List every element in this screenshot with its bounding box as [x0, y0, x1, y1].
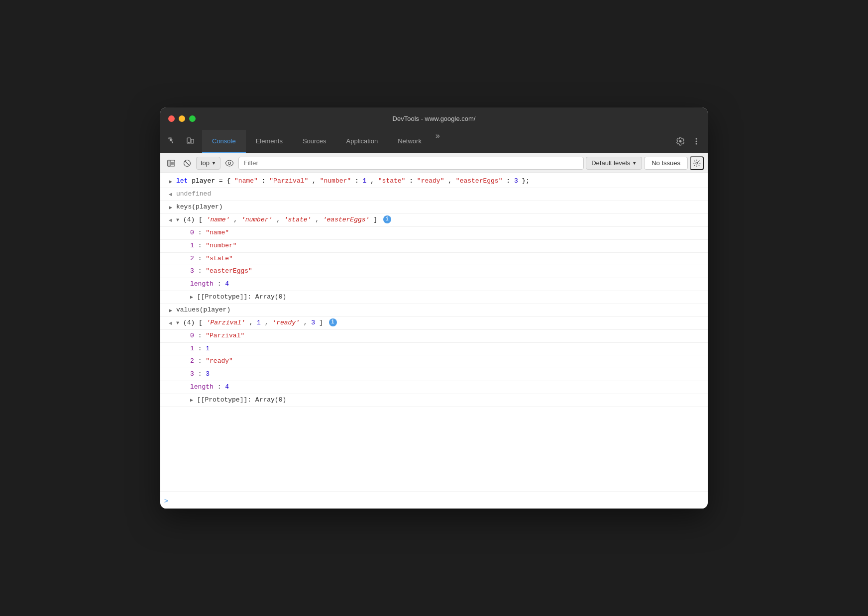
filter-input[interactable]	[238, 157, 584, 170]
prompt-symbol: >	[164, 497, 168, 505]
svg-rect-0	[169, 138, 171, 139]
title-bar: DevTools - www.google.com/	[160, 107, 708, 129]
console-output: ▶ let player = { "name" : "Parzival" , "…	[160, 173, 708, 492]
console-row-keys-header: ◀ ▼ (4) [ 'name' , 'number' , 'state' , …	[160, 214, 708, 227]
collapse-keys-icon[interactable]: ▼	[176, 216, 179, 224]
no-issues-button[interactable]: No Issues	[644, 157, 688, 170]
collapse-values-icon[interactable]: ▼	[176, 319, 179, 327]
tab-application[interactable]: Application	[336, 130, 388, 153]
values-prototype: ▶ [[Prototype]]: Array(0)	[160, 394, 708, 407]
input-arrow: ▶	[169, 178, 172, 186]
close-button[interactable]	[168, 115, 175, 122]
svg-point-5	[696, 140, 697, 142]
keys-entry-3: 3 : "easterEggs"	[160, 265, 708, 278]
more-options-icon[interactable]	[689, 134, 704, 149]
expand-prototype-values-icon[interactable]: ▶	[190, 397, 193, 405]
tabs: Console Elements Sources Application Net…	[202, 129, 669, 153]
tab-bar-settings	[669, 129, 704, 153]
traffic-lights	[168, 115, 196, 122]
default-levels-dropdown[interactable]: Default levels ▼	[586, 157, 642, 170]
eye-icon[interactable]	[222, 156, 236, 170]
keys-entry-2: 2 : "state"	[160, 253, 708, 266]
tab-bar: Console Elements Sources Application Net…	[160, 129, 708, 153]
sidebar-toggle-icon[interactable]	[164, 156, 178, 170]
console-row-values-header: ◀ ▼ (4) [ 'Parzival' , 1 , 'ready' , 3 ]…	[160, 317, 708, 330]
tab-bar-icons	[164, 129, 202, 153]
keys-entry-0: 0 : "name"	[160, 227, 708, 240]
expand-prototype-keys-icon[interactable]: ▶	[190, 294, 193, 302]
console-row-input-1: ▶ let player = { "name" : "Parzival" , "…	[160, 175, 708, 188]
console-prompt: >	[160, 492, 708, 509]
input-arrow-3: ▶	[169, 307, 172, 315]
svg-point-15	[696, 162, 698, 164]
keys-prototype: ▶ [[Prototype]]: Array(0)	[160, 291, 708, 304]
keys-length: length : 4	[160, 278, 708, 291]
values-entry-2: 2 : "ready"	[160, 355, 708, 368]
svg-rect-8	[168, 160, 170, 166]
devtools-window: DevTools - www.google.com/ Console	[160, 107, 708, 509]
svg-point-6	[696, 143, 697, 144]
maximize-button[interactable]	[189, 115, 196, 122]
more-tabs-icon[interactable]: »	[432, 129, 444, 153]
device-toolbar-icon[interactable]	[182, 133, 198, 149]
values-entry-3: 3 : 3	[160, 368, 708, 381]
input-arrow-2: ▶	[169, 204, 172, 212]
values-length: length : 4	[160, 381, 708, 394]
svg-point-4	[696, 138, 697, 139]
keys-entry-1: 1 : "number"	[160, 240, 708, 253]
svg-rect-2	[191, 139, 194, 143]
window-title: DevTools - www.google.com/	[393, 115, 476, 122]
console-row-input-2: ▶ keys(player)	[160, 201, 708, 214]
svg-point-14	[228, 162, 231, 164]
console-settings-icon[interactable]	[690, 156, 704, 170]
svg-rect-3	[188, 142, 190, 143]
clear-console-icon[interactable]	[180, 156, 194, 170]
settings-gear-icon[interactable]	[673, 134, 688, 149]
context-dropdown[interactable]: top ▼	[196, 157, 220, 170]
console-input[interactable]	[172, 497, 704, 504]
tab-network[interactable]: Network	[388, 130, 432, 153]
tab-sources[interactable]: Sources	[293, 130, 336, 153]
console-row-input-3: ▶ values(player)	[160, 304, 708, 317]
values-entry-0: 0 : "Parzival"	[160, 330, 708, 343]
info-badge-keys[interactable]: i	[383, 215, 391, 223]
tab-console[interactable]: Console	[202, 130, 246, 153]
console-toolbar: top ▼ Default levels ▼ No Issues	[160, 153, 708, 173]
minimize-button[interactable]	[179, 115, 185, 122]
tab-elements[interactable]: Elements	[246, 130, 293, 153]
info-badge-values[interactable]: i	[329, 318, 337, 326]
select-element-icon[interactable]	[164, 133, 180, 149]
values-entry-1: 1 : 1	[160, 343, 708, 356]
console-row-output-1: ◀ undefined	[160, 188, 708, 201]
svg-line-13	[185, 161, 190, 165]
